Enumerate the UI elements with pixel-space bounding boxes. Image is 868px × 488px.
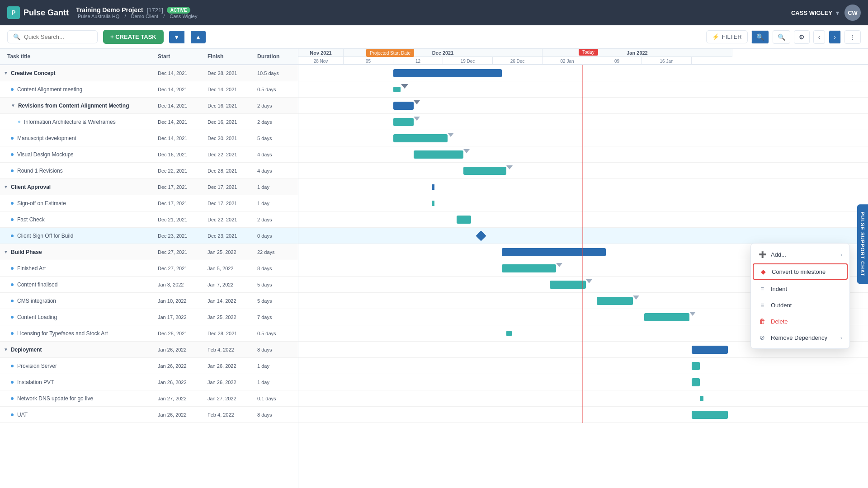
add-icon: ➕ xyxy=(758,251,766,258)
toolbar-right: ⚡ FILTER 🔍 🔍 ⚙ ‹ › ⋮ xyxy=(706,30,861,44)
context-menu-convert-milestone[interactable]: ◆ Convert to milestone xyxy=(753,263,848,280)
milestone-icon: ◆ xyxy=(759,268,767,275)
task-row[interactable]: ▼ Creative Concept Dec 14, 2021 Dec 28, … xyxy=(0,65,298,81)
dot-icon xyxy=(11,365,14,367)
gantt-bar xyxy=(692,346,728,354)
dot-icon xyxy=(11,381,14,384)
gantt-bar xyxy=(393,87,401,92)
chevron-icon[interactable]: ▼ xyxy=(4,70,8,75)
context-menu: ➕ Add... › ◆ Convert to milestone ≡ Inde… xyxy=(750,243,850,349)
chevron-icon[interactable]: ▼ xyxy=(4,249,8,254)
nav-down-button[interactable]: ▼ xyxy=(169,31,184,43)
zoom-out-button[interactable]: 🔍 xyxy=(773,30,790,44)
task-row[interactable]: Client Sign Off for Build Dec 23, 2021 D… xyxy=(0,228,298,244)
dependency-arrow xyxy=(586,279,592,283)
dependency-arrow xyxy=(689,312,696,316)
task-row[interactable]: Manuscript development Dec 14, 2021 Dec … xyxy=(0,130,298,146)
dependency-arrow xyxy=(506,165,513,169)
task-row[interactable]: Visual Design Mockups Dec 16, 2021 Dec 2… xyxy=(0,146,298,163)
search-icon: 🔍 xyxy=(13,33,20,40)
outdent-icon: ≡ xyxy=(758,301,766,309)
task-row[interactable]: CMS integration Jan 10, 2022 Jan 14, 202… xyxy=(0,293,298,309)
navbar-left: P Pulse Gantt Training Demo Project [172… xyxy=(7,6,199,19)
today-label: Today xyxy=(579,49,598,56)
task-row[interactable]: Content finalised Jan 3, 2022 Jan 7, 202… xyxy=(0,277,298,293)
task-row[interactable]: Network DNS update for go live Jan 27, 2… xyxy=(0,390,298,407)
dot-icon xyxy=(11,267,14,270)
task-row[interactable]: Content Alignment meeting Dec 14, 2021 D… xyxy=(0,81,298,98)
projected-start-label: Projected Start Date xyxy=(366,49,414,57)
chevron-icon[interactable]: ▼ xyxy=(4,347,8,352)
task-row[interactable]: Fact Check Dec 21, 2021 Dec 22, 2021 2 d… xyxy=(0,211,298,228)
search-input[interactable] xyxy=(24,33,92,40)
avatar[interactable]: CW xyxy=(844,5,861,21)
task-row[interactable]: Round 1 Revisions Dec 22, 2021 Dec 28, 2… xyxy=(0,163,298,179)
dot-icon xyxy=(11,316,14,319)
logo-icon: P xyxy=(7,6,20,19)
more-button[interactable]: ⋮ xyxy=(844,30,861,44)
app-name: Pulse Gantt xyxy=(24,8,69,18)
prev-button[interactable]: ‹ xyxy=(813,30,826,44)
task-row[interactable]: Finished Art Dec 27, 2021 Jan 5, 2022 8 … xyxy=(0,260,298,277)
dot-icon xyxy=(11,153,14,156)
next-button[interactable]: › xyxy=(829,30,841,44)
main-content: Task title Start Finish Duration ▼ Creat… xyxy=(0,49,868,488)
task-row[interactable]: ▼ Build Phase Dec 27, 2021 Jan 25, 2022 … xyxy=(0,244,298,260)
gantt-bar xyxy=(700,396,703,401)
support-chat-button[interactable]: PULSE SUPPORT CHAT xyxy=(857,204,868,284)
month-label: Jan 2022 xyxy=(542,49,732,57)
gantt-row xyxy=(298,65,868,81)
dependency-arrow xyxy=(401,84,408,89)
dependency-arrow xyxy=(448,133,454,137)
chevron-icon[interactable]: ▼ xyxy=(4,184,8,189)
task-row[interactable]: ▼ Deployment Jan 26, 2022 Feb 4, 2022 8 … xyxy=(0,342,298,358)
task-row[interactable]: Content Loading Jan 17, 2022 Jan 25, 202… xyxy=(0,309,298,325)
gantt-row xyxy=(298,195,868,211)
delete-icon: 🗑 xyxy=(758,318,766,325)
col-header-finish: Finish xyxy=(208,53,257,60)
task-row[interactable]: Licensing for Typefaces and Stock Art De… xyxy=(0,325,298,342)
task-list: Task title Start Finish Duration ▼ Creat… xyxy=(0,49,298,488)
nav-up-button[interactable]: ▲ xyxy=(191,31,206,43)
task-row[interactable]: ▼ Revisions from Content Alignment Meeti… xyxy=(0,98,298,114)
gantt-row xyxy=(298,179,868,195)
search-box[interactable]: 🔍 xyxy=(7,30,98,43)
week-label: 05 xyxy=(344,57,393,65)
chevron-icon[interactable]: ▼ xyxy=(11,103,15,108)
task-row[interactable]: ▼ Client Approval Dec 17, 2021 Dec 17, 2… xyxy=(0,179,298,195)
task-row[interactable]: Instalation PVT Jan 26, 2022 Jan 26, 202… xyxy=(0,374,298,390)
gantt-bar xyxy=(393,102,414,110)
gantt-row xyxy=(298,146,868,163)
gantt-bar xyxy=(692,378,700,386)
context-menu-delete[interactable]: 🗑 Delete xyxy=(751,313,849,329)
today-line xyxy=(582,65,583,423)
breadcrumb: Pulse Australia HQ / Demo Client / Cass … xyxy=(76,14,199,19)
zoom-in-button[interactable]: 🔍 xyxy=(751,30,769,44)
gantt-bar xyxy=(502,248,606,256)
user-name: CASS WIGLEY xyxy=(791,9,832,16)
gantt-row xyxy=(298,114,868,130)
task-row[interactable]: Sign-off on Estimate Dec 17, 2021 Dec 17… xyxy=(0,195,298,211)
context-menu-indent[interactable]: ≡ Indent xyxy=(751,281,849,297)
task-row[interactable]: Information Architecture & Wireframes De… xyxy=(0,114,298,130)
filter-button[interactable]: ⚡ FILTER xyxy=(706,30,748,43)
gantt-row xyxy=(298,98,868,114)
navbar: P Pulse Gantt Training Demo Project [172… xyxy=(0,0,868,25)
dependency-arrow xyxy=(556,263,562,267)
filter-icon: ⚡ xyxy=(712,33,719,40)
gantt-milestone xyxy=(476,231,486,241)
context-menu-remove-dependency[interactable]: ⊘ Remove Dependency › xyxy=(751,329,849,346)
gantt-bar xyxy=(393,118,414,126)
context-menu-outdent[interactable]: ≡ Outdent xyxy=(751,297,849,313)
task-row[interactable]: UAT Jan 26, 2022 Feb 4, 2022 8 days xyxy=(0,407,298,423)
gantt-row xyxy=(298,358,868,374)
gantt-chart: Nov 2021 Dec 2021 Jan 2022 28 Nov 05 Pro… xyxy=(298,49,868,488)
arrow-icon: › xyxy=(840,334,842,341)
task-row[interactable]: Provision Server Jan 26, 2022 Jan 26, 20… xyxy=(0,358,298,374)
week-label: 26 Dec xyxy=(493,57,542,65)
grid-button[interactable]: ⚙ xyxy=(794,30,810,44)
create-task-button[interactable]: + CREATE TASK xyxy=(103,30,164,44)
context-menu-add[interactable]: ➕ Add... › xyxy=(751,246,849,263)
col-header-title: Task title xyxy=(0,53,158,60)
user-menu[interactable]: CASS WIGLEY ▾ xyxy=(791,9,839,16)
